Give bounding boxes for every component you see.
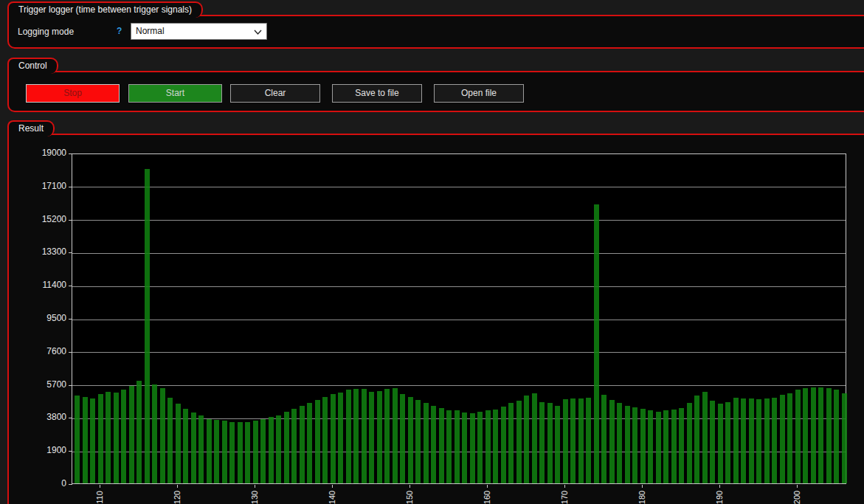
bar [346, 390, 351, 483]
bar [90, 398, 95, 483]
open-file-button[interactable]: Open file [434, 84, 524, 103]
bar [222, 421, 227, 483]
x-axis-tick-label: 140 [328, 468, 336, 504]
bar [656, 412, 661, 483]
bar [245, 422, 250, 483]
trigger-logger-groupbox: Trigger logger (time between trigger sig… [7, 15, 864, 49]
y-axis-tick-label: 17100 [9, 181, 66, 191]
bar [609, 400, 615, 483]
bar [291, 409, 297, 483]
bar [415, 400, 421, 483]
bar [284, 412, 289, 483]
bar [617, 403, 622, 483]
bar [594, 204, 599, 483]
gridline [72, 385, 846, 386]
help-icon[interactable]: ? [117, 26, 122, 36]
bar [477, 412, 483, 483]
bar [679, 408, 684, 483]
chevron-down-icon [254, 28, 262, 36]
save-to-file-button[interactable]: Save to file [332, 84, 422, 103]
logging-mode-label: Logging mode [18, 27, 74, 37]
y-axis-tick-mark [69, 352, 72, 353]
bar [725, 402, 730, 483]
y-axis-tick-mark [69, 153, 72, 154]
bar [570, 398, 576, 483]
bar [826, 388, 832, 483]
bar [276, 415, 281, 483]
bar [749, 398, 754, 483]
bar [834, 390, 839, 483]
gridline [72, 320, 846, 320]
bar [83, 397, 88, 483]
start-button[interactable]: Start [128, 84, 222, 103]
y-axis-tick-label: 13300 [9, 246, 66, 257]
clear-button[interactable]: Clear [230, 84, 320, 103]
control-groupbox: Control Stop Start Clear Save to file Op… [7, 71, 864, 112]
gridline [72, 286, 846, 287]
bar [803, 388, 808, 483]
bar [671, 410, 677, 483]
bar [764, 398, 770, 483]
bar [145, 169, 150, 483]
bar [501, 407, 506, 483]
bar [315, 400, 320, 483]
result-group-title: Result [7, 120, 55, 137]
bar [191, 412, 196, 483]
bar [842, 393, 847, 483]
bar [710, 401, 715, 483]
bar [377, 391, 382, 483]
bar [648, 410, 653, 484]
bar [353, 389, 359, 483]
trigger-logger-group-title: Trigger logger (time between trigger sig… [7, 1, 203, 18]
y-axis-tick-label: 0 [9, 478, 66, 489]
bar [129, 386, 134, 483]
bar [470, 413, 475, 483]
bar [532, 393, 537, 483]
control-group-title: Control [7, 58, 58, 74]
bar [260, 419, 266, 483]
bar [322, 397, 328, 483]
bar [136, 381, 142, 483]
bar [756, 399, 761, 483]
y-axis-tick-mark [69, 385, 72, 386]
bar [393, 388, 398, 483]
bar [741, 398, 746, 483]
bar [772, 398, 777, 483]
x-axis-tick-label: 120 [173, 468, 182, 504]
x-axis-tick-label: 180 [637, 468, 646, 504]
bar [780, 395, 785, 483]
bar [214, 420, 219, 483]
bar [369, 392, 374, 483]
bar [493, 410, 498, 483]
bar [167, 398, 173, 483]
bar [269, 417, 274, 483]
logging-mode-dropdown[interactable]: Normal [131, 23, 267, 40]
bar [508, 403, 514, 483]
x-axis-tick-label: 150 [405, 468, 414, 504]
bar [183, 409, 188, 483]
y-axis-tick-label: 9500 [9, 313, 66, 323]
x-axis-tick-label: 200 [792, 468, 801, 504]
y-axis-tick-label: 15200 [9, 214, 66, 224]
gridline [72, 187, 846, 187]
bar [439, 408, 444, 483]
bar [455, 410, 460, 483]
bar [601, 395, 606, 483]
bar [632, 407, 637, 483]
bar [238, 422, 243, 483]
bar [516, 401, 522, 483]
bar [818, 387, 823, 483]
y-axis-tick-label: 11400 [9, 280, 66, 290]
y-axis-tick-label: 3800 [9, 412, 66, 422]
bar [547, 403, 553, 483]
bar [106, 392, 111, 483]
y-axis-tick-label: 7600 [9, 346, 66, 356]
y-axis-tick-label: 19000 [9, 148, 66, 158]
y-axis-tick-mark [69, 187, 72, 187]
y-axis-tick-mark [69, 220, 72, 221]
bar [787, 393, 792, 483]
gridline [72, 220, 846, 221]
bar [811, 387, 816, 483]
stop-button[interactable]: Stop [26, 84, 120, 103]
bar [384, 389, 390, 483]
